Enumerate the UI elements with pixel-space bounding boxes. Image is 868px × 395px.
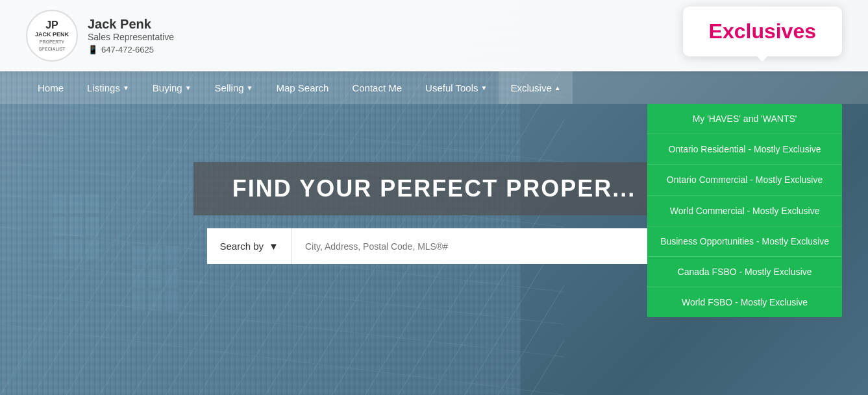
- svg-rect-37: [132, 269, 144, 287]
- dropdown-item-world-commercial[interactable]: World Commercial - Mostly Exclusive: [647, 196, 842, 226]
- agent-logo: JP JACK PENK PROPERTY SPECIALIST: [26, 10, 78, 62]
- hero-title: FIND YOUR PERFECT PROPER...: [232, 175, 636, 202]
- buying-arrow: ▼: [185, 84, 192, 91]
- agent-phone: 📱 647-472-6625: [88, 45, 174, 54]
- nav-contact-me[interactable]: Contact Me: [340, 71, 414, 104]
- dropdown-item-haves-wants[interactable]: My 'HAVES' and 'WANTS': [647, 104, 842, 134]
- dropdown-item-world-fsbo[interactable]: World FSBO - Mostly Exclusive: [647, 287, 842, 317]
- svg-rect-39: [166, 269, 178, 287]
- search-by-label: Search by: [220, 241, 264, 252]
- phone-icon: 📱: [88, 45, 98, 54]
- phone-number: 647-472-6625: [101, 45, 154, 54]
- navbar: Home Listings ▼ Buying ▼ Selling ▼ Map S…: [0, 71, 868, 104]
- dropdown-item-business-opportunities[interactable]: Business Opportunities - Mostly Exclusiv…: [647, 226, 842, 257]
- svg-line-23: [0, 292, 564, 357]
- nav-map-search[interactable]: Map Search: [265, 71, 341, 104]
- dropdown-item-ontario-residential[interactable]: Ontario Residential - Mostly Exclusive: [647, 134, 842, 165]
- nav-buying[interactable]: Buying ▼: [141, 71, 203, 104]
- nav-exclusive[interactable]: Exclusive ▲: [499, 71, 572, 104]
- exclusives-bubble: Exclusives: [683, 6, 842, 56]
- nav-useful-tools[interactable]: Useful Tools ▼: [414, 71, 499, 104]
- search-by-arrow: ▼: [269, 241, 279, 252]
- nav-listings[interactable]: Listings ▼: [75, 71, 141, 104]
- agent-info: Jack Penk Sales Representative 📱 647-472…: [88, 17, 174, 54]
- svg-line-22: [0, 259, 564, 324]
- nav-home[interactable]: Home: [26, 71, 75, 104]
- logo-inner: JP JACK PENK PROPERTY SPECIALIST: [27, 19, 77, 53]
- search-by-button[interactable]: Search by ▼: [207, 228, 292, 264]
- svg-rect-40: [132, 292, 144, 310]
- logo-tagline: PROPERTY SPECIALIST: [38, 40, 65, 51]
- selling-arrow: ▼: [247, 84, 253, 91]
- agent-title: Sales Representative: [88, 32, 174, 42]
- agent-name: Jack Penk: [88, 17, 174, 32]
- exclusives-title: Exclusives: [709, 19, 816, 43]
- logo-name: JACK PENK: [35, 31, 69, 38]
- svg-line-17: [0, 97, 564, 162]
- svg-rect-41: [149, 292, 161, 310]
- hero-title-bg: FIND YOUR PERFECT PROPER...: [193, 162, 675, 215]
- svg-rect-42: [166, 292, 178, 310]
- svg-rect-38: [149, 269, 161, 287]
- dropdown-item-canada-fsbo[interactable]: Canada FSBO - Mostly Exclusive: [647, 257, 842, 287]
- logo-initials: JP: [27, 19, 77, 31]
- dropdown-item-ontario-commercial[interactable]: Ontario Commercial - Mostly Exclusive: [647, 165, 842, 195]
- search-bar: Search by ▼: [207, 228, 662, 264]
- search-input[interactable]: [292, 228, 662, 264]
- exclusive-dropdown: My 'HAVES' and 'WANTS' Ontario Residenti…: [647, 104, 842, 317]
- listings-arrow: ▼: [123, 84, 129, 91]
- exclusive-arrow: ▲: [554, 84, 561, 91]
- tools-arrow: ▼: [481, 84, 488, 91]
- svg-line-24: [0, 324, 564, 395]
- nav-selling[interactable]: Selling ▼: [203, 71, 265, 104]
